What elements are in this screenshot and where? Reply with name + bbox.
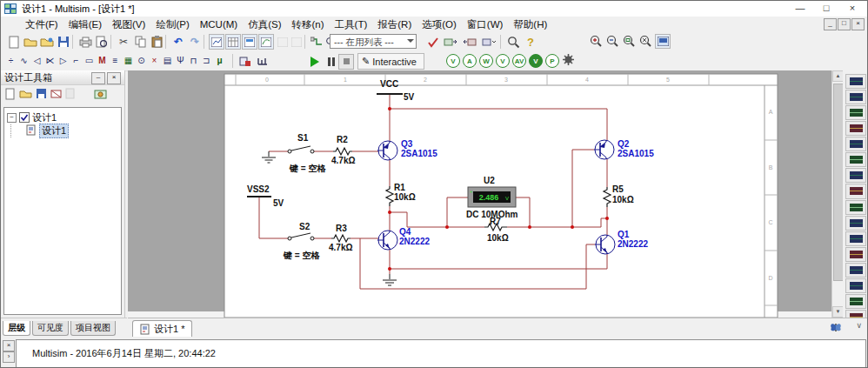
logic-converter-icon[interactable] xyxy=(845,200,866,215)
help-icon[interactable]: ? xyxy=(523,34,538,50)
place-advanced-peripherals-icon[interactable]: ▤ xyxy=(161,53,174,68)
place-connector-icon[interactable]: ⊐ xyxy=(200,53,213,68)
export-dropdown-icon[interactable] xyxy=(481,34,497,50)
panel-pin-icon[interactable]: – xyxy=(91,72,105,84)
place-rf-icon[interactable]: Ψ xyxy=(174,53,187,68)
pause-simulation-button[interactable] xyxy=(328,57,335,66)
parameter-probe-icon[interactable]: P xyxy=(545,54,559,68)
power-probe-icon[interactable]: W xyxy=(479,54,493,68)
hierarchical-block-icon[interactable] xyxy=(237,53,253,69)
differential-voltage-probe-icon[interactable]: V xyxy=(496,54,510,68)
zoom-in-icon[interactable] xyxy=(589,34,603,50)
bode-plotter-icon[interactable] xyxy=(845,152,866,167)
distortion-analyzer-icon[interactable] xyxy=(845,247,866,262)
spectrum-analyzer-icon[interactable] xyxy=(845,263,866,278)
frequency-counter-icon[interactable] xyxy=(845,168,866,183)
view-spreadsheet-toggle[interactable] xyxy=(225,34,241,50)
close-button[interactable]: × xyxy=(839,1,865,16)
tree-root-row[interactable]: − 设计1 xyxy=(4,111,121,124)
multimeter-icon[interactable] xyxy=(845,74,866,89)
place-electromech-icon[interactable]: ⊓ xyxy=(187,53,200,68)
cut-icon[interactable]: ✂ xyxy=(116,34,131,50)
place-diode-icon[interactable]: ◁ xyxy=(30,53,43,68)
place-cmos-icon[interactable]: ▭ xyxy=(83,53,96,68)
menu-reports[interactable]: 报告(R) xyxy=(372,17,417,32)
menu-help[interactable]: 帮助(H) xyxy=(508,17,552,32)
mdi-close-button[interactable]: × xyxy=(851,18,865,30)
zoom-area-icon[interactable] xyxy=(622,34,636,50)
voltage-probe-icon[interactable]: V xyxy=(446,54,460,68)
place-analog-icon[interactable]: ▷ xyxy=(57,53,70,68)
menu-window[interactable]: 窗口(W) xyxy=(462,17,509,32)
menu-options[interactable]: 选项(O) xyxy=(417,17,462,32)
menu-view[interactable]: 视图(V) xyxy=(107,17,150,32)
digital-probe-icon[interactable]: V xyxy=(529,54,543,68)
place-misc-icon[interactable]: × xyxy=(148,53,161,68)
panel-close-icon[interactable]: × xyxy=(107,72,121,84)
place-mixed-icon[interactable]: ≡ xyxy=(109,53,122,68)
network-analyzer-icon[interactable] xyxy=(845,278,866,293)
place-source-icon[interactable]: ÷ xyxy=(4,53,17,68)
voltage-current-probe-icon[interactable]: AV xyxy=(512,54,526,68)
sheet-tab-design1[interactable]: 设计1 * xyxy=(132,320,192,338)
menu-tools[interactable]: 工具(T) xyxy=(330,17,373,32)
copy-icon[interactable] xyxy=(132,34,148,50)
tree-child-row[interactable]: 设计1 xyxy=(4,124,121,137)
menu-place[interactable]: 绘制(P) xyxy=(150,17,194,32)
zoom-out-icon[interactable] xyxy=(605,34,619,50)
toolbox-new-icon[interactable] xyxy=(5,88,16,103)
menu-simulate[interactable]: 仿真(S) xyxy=(243,17,286,32)
voltmeter-u2[interactable]: 2.486 + V xyxy=(468,187,516,207)
interactive-simulation-button[interactable]: ✎ Interactive xyxy=(357,53,424,70)
tree-collapse-icon[interactable]: − xyxy=(7,113,17,123)
view-database-toggle[interactable] xyxy=(242,34,257,50)
place-mcu-icon[interactable]: μ xyxy=(213,53,226,68)
toolbox-save-icon[interactable] xyxy=(36,88,47,102)
pane-close-icon[interactable]: × xyxy=(3,340,15,351)
function-generator-icon[interactable] xyxy=(845,90,866,104)
print-preview-icon[interactable] xyxy=(94,34,110,50)
mdi-minimize-button[interactable]: _ xyxy=(824,18,837,30)
import-icon[interactable] xyxy=(462,34,477,50)
canvas-vertical-scrollbar[interactable]: ▲ ▼ xyxy=(831,70,844,318)
bus-icon[interactable] xyxy=(255,53,270,69)
schematic-canvas[interactable]: 01 23 45 AB CD xyxy=(128,70,831,318)
run-simulation-button[interactable] xyxy=(310,57,324,67)
place-basic-icon[interactable]: ∿ xyxy=(17,53,30,68)
wattmeter-icon[interactable] xyxy=(845,105,866,120)
menu-file[interactable]: 文件(F) xyxy=(20,17,63,32)
probe-settings-gear-icon[interactable] xyxy=(562,53,575,69)
tab-visibility[interactable]: 可见度 xyxy=(32,321,69,336)
tree-root-label[interactable]: 设计1 xyxy=(32,111,57,124)
iv-analyzer-icon[interactable] xyxy=(845,231,866,246)
export-ultiboard-icon[interactable] xyxy=(443,34,458,50)
undo-icon[interactable]: ↶ xyxy=(170,34,186,50)
mdi-restore-button[interactable]: □ xyxy=(838,18,851,30)
print-icon[interactable] xyxy=(77,34,93,50)
zoom-fit-icon[interactable] xyxy=(638,34,652,50)
place-misc-digital-icon[interactable]: M xyxy=(96,53,109,68)
toolbox-snapshot-icon[interactable] xyxy=(94,88,107,102)
open-file-icon[interactable] xyxy=(23,34,38,50)
toolbox-open-icon[interactable] xyxy=(19,89,32,101)
view-schematic-toggle[interactable] xyxy=(209,34,224,50)
open-sample-icon[interactable] xyxy=(39,34,55,50)
virtual-wire-icon[interactable] xyxy=(309,34,324,50)
menu-edit[interactable]: 编辑(E) xyxy=(63,17,107,32)
oscilloscope-icon[interactable] xyxy=(845,121,866,136)
agilent-function-generator-icon[interactable] xyxy=(845,294,866,309)
find-icon[interactable] xyxy=(505,34,521,50)
design-checkbox-icon[interactable] xyxy=(19,112,30,124)
maximize-button[interactable]: □ xyxy=(813,1,839,16)
four-channel-oscilloscope-icon[interactable] xyxy=(845,137,866,151)
toolbox-disabled-icon[interactable] xyxy=(65,88,75,102)
place-transistor-icon[interactable]: ⋉ xyxy=(43,53,57,68)
stop-simulation-button[interactable] xyxy=(338,54,354,70)
in-use-list-dropdown[interactable]: --- 在用列表 --- xyxy=(330,34,417,49)
place-power-icon[interactable]: ⊙ xyxy=(135,53,148,68)
save-icon[interactable] xyxy=(56,34,71,50)
minimize-button[interactable]: — xyxy=(787,1,813,16)
pane-expand-icon[interactable]: › xyxy=(3,351,15,363)
menu-transfer[interactable]: 转移(n) xyxy=(287,17,330,32)
word-generator-icon[interactable] xyxy=(845,184,866,198)
